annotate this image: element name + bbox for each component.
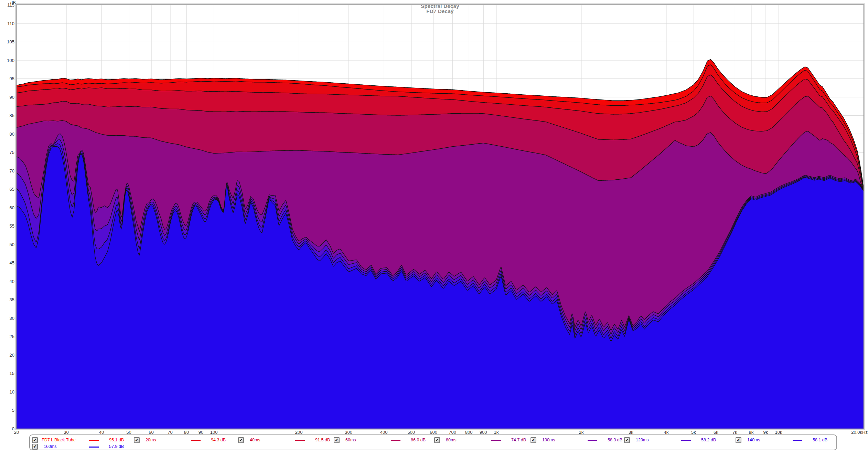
y-tick-label: 75 (1, 150, 14, 155)
y-tick-label: 30 (1, 316, 14, 321)
legend-cursor-value: 94.3 dB (211, 438, 226, 442)
y-tick-label: 40 (1, 279, 14, 284)
legend-line-swatch (681, 440, 691, 441)
legend-label: 120ms (636, 438, 649, 442)
legend-label: 100ms (542, 438, 555, 442)
y-tick-label: 95 (1, 76, 14, 81)
y-tick-label: 5 (1, 408, 14, 413)
check-icon: ✔ (239, 438, 243, 442)
y-tick-label: 25 (1, 334, 14, 339)
x-tick-label: 400 (380, 430, 388, 435)
x-tick-label: 700 (449, 430, 456, 435)
x-tick-label: 100 (210, 430, 218, 435)
y-tick-label: 10 (1, 389, 14, 395)
x-tick-label: 8k (749, 430, 754, 435)
legend-cursor-value: 57.9 dB (109, 444, 124, 449)
check-icon: ✔ (33, 444, 36, 449)
y-tick-label: 35 (1, 297, 14, 302)
x-tick-label: 4k (664, 430, 669, 435)
legend-line-swatch (89, 440, 99, 441)
legend-line-swatch (793, 440, 802, 441)
legend-label: 20ms (146, 438, 156, 442)
x-tick-label: 50 (126, 430, 131, 435)
x-tick-label: 5k (691, 430, 696, 435)
spectral-decay-app: Spectral Decay FD7 Decay dB 051015202530… (0, 0, 868, 451)
spectral-decay-chart (0, 0, 868, 451)
y-tick-label: 45 (1, 260, 14, 265)
y-tick-label: 55 (1, 223, 14, 229)
legend-label: 40ms (250, 438, 260, 442)
y-tick-label: 80 (1, 132, 14, 137)
x-tick-label: 300 (345, 430, 352, 435)
chart-subtitle: FD7 Decay (17, 8, 864, 14)
check-icon: ✔ (435, 438, 439, 442)
check-icon: ✔ (33, 438, 36, 442)
legend-line-swatch (191, 440, 201, 441)
legend-cursor-value: 86.0 dB (411, 438, 426, 442)
legend-checkbox-measurement[interactable]: ✔ (32, 437, 38, 443)
legend-label: 80ms (446, 438, 457, 442)
check-icon: ✔ (737, 438, 740, 442)
legend-line-swatch (89, 447, 99, 448)
x-tick-label: 60 (149, 430, 153, 435)
x-tick-label: 6k (714, 430, 718, 435)
x-tick-label: 800 (465, 430, 473, 435)
x-tick-label: 500 (407, 430, 415, 435)
legend-label: 140ms (747, 438, 760, 442)
y-tick-label: 85 (1, 113, 14, 118)
y-tick-label: 70 (1, 168, 14, 174)
x-tick-label: 30 (64, 430, 68, 435)
legend-label: 60ms (345, 438, 356, 442)
y-tick-label: 60 (1, 205, 14, 210)
x-tick-label: 9k (763, 430, 768, 435)
legend-line-swatch (588, 440, 597, 441)
y-tick-label: 20 (1, 353, 14, 358)
legend-checkbox-100ms[interactable]: ✔ (531, 437, 536, 443)
check-icon: ✔ (335, 438, 338, 442)
x-tick-label: 20.0kHz (851, 430, 868, 435)
x-tick-label: 80 (184, 430, 189, 435)
x-tick-label: 70 (168, 430, 172, 435)
check-icon: ✔ (532, 438, 535, 442)
check-icon: ✔ (625, 438, 629, 442)
legend-cursor-value: 58.1 dB (813, 438, 827, 442)
y-tick-label: 90 (1, 95, 14, 100)
x-tick-label: 40 (99, 430, 104, 435)
y-tick-label: 105 (1, 39, 14, 44)
legend-cursor-value: 95.1 dB (109, 438, 124, 442)
x-tick-label: 3k (629, 430, 633, 435)
y-tick-label: 110 (1, 21, 14, 26)
legend-checkbox-80ms[interactable]: ✔ (434, 437, 440, 443)
x-tick-label: 7k (732, 430, 737, 435)
legend-checkbox-20ms[interactable]: ✔ (134, 437, 140, 443)
y-tick-label: 50 (1, 242, 14, 247)
x-tick-label: 90 (199, 430, 203, 435)
x-tick-label: 900 (480, 430, 487, 435)
y-tick-label: 100 (1, 58, 14, 63)
legend: ✔FD7 L Black Tube95.1 dB✔20ms94.3 dB✔40m… (29, 434, 837, 450)
y-tick-label: 115 (1, 2, 14, 8)
legend-checkbox-60ms[interactable]: ✔ (334, 437, 340, 443)
legend-cursor-value: 58.3 dB (608, 438, 622, 442)
legend-line-swatch (295, 440, 305, 441)
x-tick-label: 20 (14, 430, 19, 435)
y-tick-label: 15 (1, 371, 14, 376)
legend-checkbox-160ms[interactable]: ✔ (32, 444, 38, 450)
legend-cursor-value: 74.7 dB (511, 438, 526, 442)
x-tick-label: 600 (430, 430, 437, 435)
y-tick-label: 65 (1, 187, 14, 192)
legend-line-swatch (491, 440, 501, 441)
legend-checkbox-120ms[interactable]: ✔ (624, 437, 630, 443)
x-tick-label: 1k (494, 430, 499, 435)
legend-checkbox-140ms[interactable]: ✔ (736, 437, 741, 443)
legend-cursor-value: 58.2 dB (701, 438, 716, 442)
x-tick-label: 10k (775, 430, 782, 435)
legend-line-swatch (391, 440, 400, 441)
y-tick-label: 0 (1, 426, 14, 431)
legend-label: 160ms (44, 444, 57, 449)
x-tick-label: 2k (579, 430, 583, 435)
check-icon: ✔ (135, 438, 138, 442)
legend-checkbox-40ms[interactable]: ✔ (238, 437, 244, 443)
legend-cursor-value: 91.5 dB (315, 438, 330, 442)
legend-label: FD7 L Black Tube (42, 438, 76, 442)
